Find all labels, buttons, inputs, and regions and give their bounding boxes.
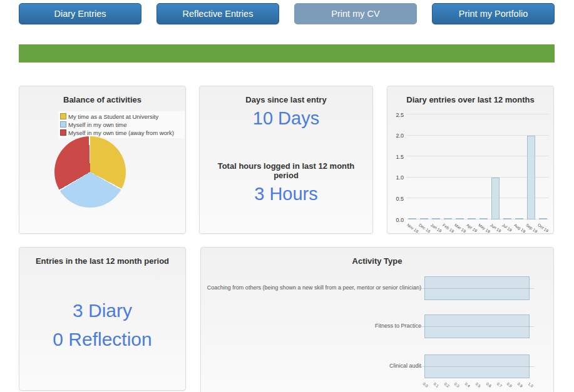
bar bbox=[468, 218, 476, 219]
category-gridline bbox=[420, 326, 534, 327]
category-gridline bbox=[420, 288, 534, 289]
y-tick-label: 0.0 bbox=[389, 217, 404, 223]
x-tick-label: Jun 19 bbox=[489, 223, 502, 233]
panel-title: Days since last entry bbox=[206, 95, 366, 104]
y-tick-label: 0.5 bbox=[389, 196, 404, 202]
diary-bar-plot: 0.00.51.01.52.02.5Nov 18Dec 18Jan 19Feb … bbox=[406, 114, 549, 219]
x-tick-label: Aug 19 bbox=[513, 223, 526, 234]
x-tick-label: Jul 19 bbox=[501, 223, 513, 233]
x-tick-label: 0.8 bbox=[506, 382, 513, 388]
x-tick-label: Apr 19 bbox=[466, 223, 478, 233]
days-since-last-entry-panel: Days since last entry 10 Days Total hour… bbox=[199, 86, 373, 234]
bar bbox=[491, 178, 500, 219]
y-gridline bbox=[406, 114, 549, 114]
hours-title: Total hours logged in last 12 month peri… bbox=[206, 161, 366, 180]
x-tick-label: 0.1 bbox=[433, 382, 439, 388]
print-cv-button[interactable]: Print my CV bbox=[294, 3, 417, 24]
x-tick-label: May 19 bbox=[478, 223, 491, 234]
dashboard: Diary Entries Reflective Entries Print m… bbox=[0, 0, 574, 392]
x-tick-label: 0.4 bbox=[464, 382, 471, 388]
toolbar: Diary Entries Reflective Entries Print m… bbox=[19, 3, 555, 24]
bar bbox=[479, 218, 488, 219]
diary-count: 3 Diary bbox=[19, 300, 185, 321]
bar bbox=[420, 218, 428, 219]
panel-title: Entries in the last 12 month period bbox=[26, 256, 179, 266]
legend-label: Myself in my own time bbox=[68, 121, 126, 128]
panel-title: Activity Type bbox=[207, 256, 547, 266]
diary-entries-chart-panel: Diary entries over last 12 months 0.00.5… bbox=[387, 86, 554, 234]
entries-summary-panel: Entries in the last 12 month period 3 Di… bbox=[19, 247, 186, 391]
y-tick-label: 2.0 bbox=[389, 133, 404, 139]
bar bbox=[444, 218, 452, 219]
x-tick-label: Feb 19 bbox=[442, 223, 455, 233]
bar bbox=[527, 136, 535, 219]
legend-item: Myself in my own time (away from work) bbox=[60, 129, 183, 137]
bar bbox=[456, 218, 464, 219]
category-gridline bbox=[420, 366, 534, 367]
legend-label: Myself in my own time (away from work) bbox=[68, 129, 174, 136]
legend-label: My time as a Student at University bbox=[68, 113, 158, 120]
x-tick-label: 1.0 bbox=[528, 382, 534, 388]
x-tick-label: Jan 19 bbox=[430, 223, 443, 233]
bar bbox=[432, 218, 440, 219]
legend-item: My time as a Student at University bbox=[60, 113, 183, 121]
y-tick-label: 1.0 bbox=[389, 174, 404, 181]
bar bbox=[408, 218, 416, 219]
hours-value: 3 Hours bbox=[200, 184, 372, 204]
panel-title: Balance of activities bbox=[26, 95, 179, 104]
category-label: Coaching from others (being shown a new … bbox=[206, 284, 421, 291]
x-tick-label: 0.2 bbox=[443, 382, 449, 388]
balance-of-activities-panel: Balance of activities My time as a Stude… bbox=[19, 86, 186, 234]
category-label: Clinical audit bbox=[206, 363, 421, 369]
bar bbox=[539, 218, 547, 219]
x-tick-label: 0.9 bbox=[517, 382, 523, 388]
x-tick-label: Dec 18 bbox=[418, 223, 431, 234]
x-tick-label: 0.6 bbox=[485, 382, 491, 388]
balance-pie-chart bbox=[54, 136, 126, 208]
days-value: 10 Days bbox=[200, 108, 372, 129]
legend-item: Myself in my own time bbox=[60, 121, 183, 129]
y-tick-label: 2.5 bbox=[389, 112, 404, 118]
pie-legend: My time as a Student at UniversityMyself… bbox=[58, 111, 185, 138]
bar bbox=[503, 218, 511, 219]
activity-type-panel: Activity Type Coaching from others (bein… bbox=[200, 247, 554, 392]
x-tick-label: 0.3 bbox=[454, 382, 460, 388]
x-tick-label: Mar 19 bbox=[454, 223, 467, 233]
x-tick-label: Sep 19 bbox=[525, 223, 538, 234]
legend-swatch bbox=[60, 121, 66, 128]
green-banner bbox=[19, 44, 555, 63]
x-tick-label: Oct 19 bbox=[537, 223, 550, 233]
print-portfolio-button[interactable]: Print my Portfolio bbox=[432, 3, 555, 24]
x-tick-label: 0.5 bbox=[475, 382, 481, 388]
legend-swatch bbox=[60, 129, 66, 136]
category-label: Fitness to Practice bbox=[206, 323, 421, 329]
x-tick-label: 0.7 bbox=[496, 382, 502, 388]
diary-entries-button[interactable]: Diary Entries bbox=[19, 3, 141, 24]
panel-title: Diary entries over last 12 months bbox=[394, 95, 547, 104]
reflective-entries-button[interactable]: Reflective Entries bbox=[156, 3, 279, 24]
x-tick-label: Nov 18 bbox=[406, 223, 419, 234]
diary-bar-chart: 0.00.51.01.52.02.5Nov 18Dec 18Jan 19Feb … bbox=[387, 109, 555, 234]
bar bbox=[515, 218, 523, 219]
activity-bar-chart: Coaching from others (being shown a new … bbox=[201, 269, 555, 392]
reflection-count: 0 Reflection bbox=[19, 329, 185, 350]
y-tick-label: 1.5 bbox=[389, 154, 404, 160]
legend-swatch bbox=[60, 113, 66, 119]
x-tick-label: 0.0 bbox=[423, 382, 429, 388]
